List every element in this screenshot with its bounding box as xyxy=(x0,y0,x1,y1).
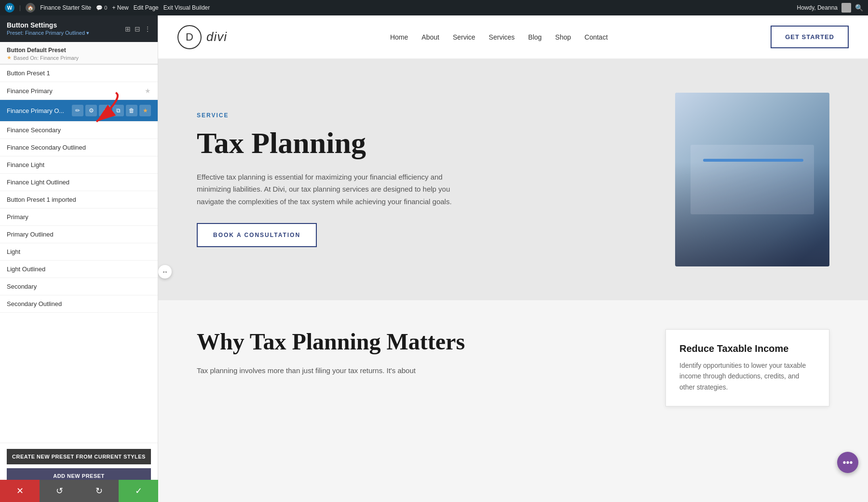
site-icon: 🏠 xyxy=(26,3,35,13)
hero-label: SERVICE xyxy=(197,112,646,119)
site-name-link[interactable]: Finance Starter Site xyxy=(40,4,91,11)
edit-preset-button[interactable]: ✏ xyxy=(72,105,83,116)
preset-label: Secondary Outlined xyxy=(7,300,151,307)
floating-action-button[interactable]: ••• xyxy=(837,452,858,473)
preset-label: Finance Primary xyxy=(7,87,145,95)
list-item-active[interactable]: Finance Primary O... ✏ ⚙ ↑ ⧉ 🗑 ★ xyxy=(0,100,158,122)
logo-text: divi xyxy=(206,29,227,44)
list-item[interactable]: Light Outlined xyxy=(0,261,158,278)
preset-label: Primary Outlined xyxy=(7,231,151,238)
hero-title: Tax Planning xyxy=(197,126,646,159)
comments-icon[interactable]: 💬 0 xyxy=(96,5,107,11)
panel-preset-dropdown[interactable]: Preset: Finance Primary Outlined ▾ xyxy=(7,30,89,36)
list-item[interactable]: Button Preset 1 xyxy=(0,65,158,82)
preset-label: Button Preset 1 xyxy=(7,70,151,77)
panel-more-icon[interactable]: ⋮ xyxy=(144,25,151,33)
nav-item-shop[interactable]: Shop xyxy=(555,33,571,41)
list-item[interactable]: Secondary xyxy=(0,278,158,295)
admin-search-button[interactable]: 🔍 xyxy=(855,4,863,12)
save-button[interactable]: ✓ xyxy=(119,480,158,502)
preset-label: Light xyxy=(7,248,151,255)
list-item[interactable]: Finance Light xyxy=(0,156,158,174)
why-section: Why Tax Planning Matters Tax planning in… xyxy=(158,300,868,435)
why-text: Why Tax Planning Matters Tax planning in… xyxy=(197,329,637,406)
default-preset-item[interactable]: Button Default Preset ★ Based On: Financ… xyxy=(0,42,158,65)
list-item[interactable]: Finance Secondary Outlined xyxy=(0,139,158,156)
new-link[interactable]: + New xyxy=(112,4,128,11)
hero-section: SERVICE Tax Planning Effective tax plann… xyxy=(158,59,868,300)
card-description: Identify opportunities to lower your tax… xyxy=(679,360,815,392)
panel-title: Button Settings xyxy=(7,21,89,29)
admin-bar: W | 🏠 Finance Starter Site 💬 0 + New Edi… xyxy=(0,0,868,15)
hero-text: SERVICE Tax Planning Effective tax plann… xyxy=(197,112,646,248)
bottom-toolbar: ✕ ↺ ↻ ✓ xyxy=(0,480,158,502)
preset-label: Primary xyxy=(7,213,151,221)
hero-description: Effective tax planning is essential for … xyxy=(197,171,476,208)
preset-label: Finance Secondary xyxy=(7,126,151,134)
preset-label: Light Outlined xyxy=(7,265,151,273)
hero-image xyxy=(675,93,829,266)
undo-button[interactable]: ↺ xyxy=(40,480,79,502)
list-item[interactable]: Button Preset 1 imported xyxy=(0,191,158,209)
nav-item-contact[interactable]: Contact xyxy=(584,33,608,41)
site-nav: Home About Service Services Blog Shop Co… xyxy=(390,33,608,41)
redo-button[interactable]: ↻ xyxy=(79,480,119,502)
panel-settings-icon[interactable]: ⊞ xyxy=(125,25,131,33)
nav-item-service[interactable]: Service xyxy=(453,33,475,41)
delete-preset-button[interactable]: 🗑 xyxy=(126,105,137,116)
preset-list: Button Preset 1 Finance Primary ★ Financ… xyxy=(0,65,158,443)
card-panel: Reduce Taxable Income Identify opportuni… xyxy=(665,329,829,406)
nav-item-home[interactable]: Home xyxy=(390,33,408,41)
exit-builder-link[interactable]: Exit Visual Builder xyxy=(163,4,210,11)
drag-handle[interactable]: ↔ xyxy=(158,265,172,279)
logo-circle: D xyxy=(177,25,202,49)
cancel-button[interactable]: ✕ xyxy=(0,480,40,502)
preset-label: Finance Light xyxy=(7,161,151,168)
preset-label: Secondary xyxy=(7,283,151,290)
site-logo: D divi xyxy=(177,25,227,49)
list-item[interactable]: Finance Primary ★ xyxy=(0,82,158,100)
left-panel: Button Settings Preset: Finance Primary … xyxy=(0,15,158,502)
preset-label: Button Preset 1 imported xyxy=(7,196,151,203)
star-preset-button[interactable]: ★ xyxy=(139,105,151,116)
preset-action-bar: ✏ ⚙ ↑ ⧉ 🗑 ★ xyxy=(72,105,151,116)
preset-label: Finance Light Outlined xyxy=(7,179,151,186)
settings-preset-button[interactable]: ⚙ xyxy=(85,105,97,116)
preset-label: Finance Secondary Outlined xyxy=(7,144,151,151)
right-content: D divi Home About Service Services Blog … xyxy=(158,15,868,502)
duplicate-preset-button[interactable]: ⧉ xyxy=(112,105,124,116)
nav-item-about[interactable]: About xyxy=(421,33,439,41)
nav-item-services[interactable]: Services xyxy=(489,33,515,41)
preset-label-active: Finance Primary O... xyxy=(7,107,72,114)
list-item[interactable]: Secondary Outlined xyxy=(0,295,158,313)
list-item[interactable]: Finance Light Outlined xyxy=(0,174,158,191)
why-description: Tax planning involves more than just fil… xyxy=(197,364,637,377)
edit-page-link[interactable]: Edit Page xyxy=(134,4,159,11)
panel-layout-icon[interactable]: ⊟ xyxy=(135,25,140,33)
create-preset-button[interactable]: CREATE NEW PRESET FROM CURRENT STYLES xyxy=(7,449,151,464)
page-content: ↔ SERVICE Tax Planning Effective tax pla… xyxy=(158,59,868,502)
list-item[interactable]: Primary xyxy=(0,209,158,226)
star-icon: ★ xyxy=(7,55,12,61)
why-title: Why Tax Planning Matters xyxy=(197,329,637,355)
wordpress-icon[interactable]: W xyxy=(5,3,14,13)
list-item[interactable]: Light xyxy=(0,243,158,261)
card-title: Reduce Taxable Income xyxy=(679,343,815,354)
nav-item-blog[interactable]: Blog xyxy=(528,33,542,41)
howdy-text: Howdy, Deanna xyxy=(797,4,838,11)
admin-avatar xyxy=(841,3,851,13)
default-preset-subtitle: ★ Based On: Finance Primary xyxy=(7,55,151,61)
default-preset-title: Button Default Preset xyxy=(7,47,151,54)
book-consultation-button[interactable]: BOOK A CONSULTATION xyxy=(197,223,317,247)
list-item[interactable]: Primary Outlined xyxy=(0,226,158,243)
star-icon: ★ xyxy=(145,87,151,95)
panel-header: Button Settings Preset: Finance Primary … xyxy=(0,15,158,42)
export-preset-button[interactable]: ↑ xyxy=(99,105,110,116)
get-started-button[interactable]: GET STARTED xyxy=(771,26,849,48)
site-header: D divi Home About Service Services Blog … xyxy=(158,15,868,59)
list-item[interactable]: Finance Secondary xyxy=(0,122,158,139)
